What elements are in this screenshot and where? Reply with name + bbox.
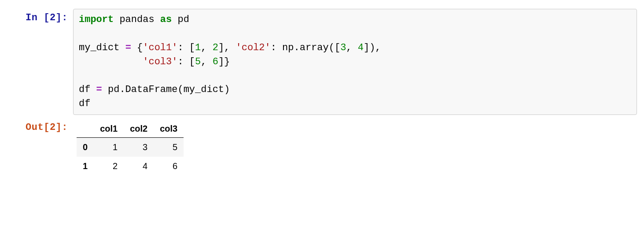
output-prompt: Out[2]: [7,118,73,133]
table-cell: 1 [94,138,124,157]
table-row: 1 2 4 6 [77,157,184,176]
token-keyword: import [79,14,114,25]
table-index-cell: 1 [77,157,94,176]
token-number: 2 [213,42,218,53]
token-name: pandas [114,14,160,25]
code-input-area[interactable]: import pandas as pd my_dict = {'col1': [… [73,9,637,115]
token-punct: ]), [364,42,381,53]
table-cell: 2 [94,157,124,176]
table-cell: 3 [124,138,154,157]
token-number: 1 [195,42,201,53]
token-punct: ]} [218,56,230,67]
table-header-blank [77,120,94,138]
table-index-cell: 0 [77,138,94,157]
token-number: 4 [358,42,364,53]
token-operator: = [96,84,102,95]
token-name: pd.DataFrame(my_dict) [102,84,230,95]
notebook: In [2]: import pandas as pd my_dict = {'… [0,0,644,188]
input-prompt: In [2]: [7,9,73,23]
output-area: col1 col2 col3 0 1 3 5 1 2 4 [73,118,637,176]
token-punct: : np.array([ [271,42,340,53]
token-keyword: as [160,14,172,25]
dataframe-table: col1 col2 col3 0 1 3 5 1 2 4 [77,120,184,176]
token-name: pd [172,14,189,25]
code-cell: In [2]: import pandas as pd my_dict = {'… [7,9,637,115]
token-punct [79,56,143,67]
table-header-cell: col3 [154,120,184,138]
token-name: df [79,84,96,95]
token-punct: , [201,56,212,67]
token-number: 6 [213,56,218,67]
token-punct: , [346,42,357,53]
table-header-cell: col2 [124,120,154,138]
token-number: 3 [340,42,346,53]
token-name: my_dict [79,42,125,53]
token-string: 'col2' [236,42,270,53]
token-name: df [79,98,90,109]
token-operator: = [125,42,131,53]
table-header-cell: col1 [94,120,124,138]
table-header-row: col1 col2 col3 [77,120,184,138]
token-punct: , [201,42,212,53]
token-number: 5 [195,56,201,67]
output-cell: Out[2]: col1 col2 col3 0 1 3 5 [7,118,637,176]
token-string: 'col3' [143,56,177,67]
token-punct: { [131,42,143,53]
table-cell: 4 [124,157,154,176]
table-row: 0 1 3 5 [77,138,184,157]
table-cell: 5 [154,138,184,157]
token-string: 'col1' [143,42,177,53]
token-punct: : [ [177,42,195,53]
token-punct: ], [218,42,236,53]
token-punct: : [ [177,56,195,67]
table-cell: 6 [154,157,184,176]
